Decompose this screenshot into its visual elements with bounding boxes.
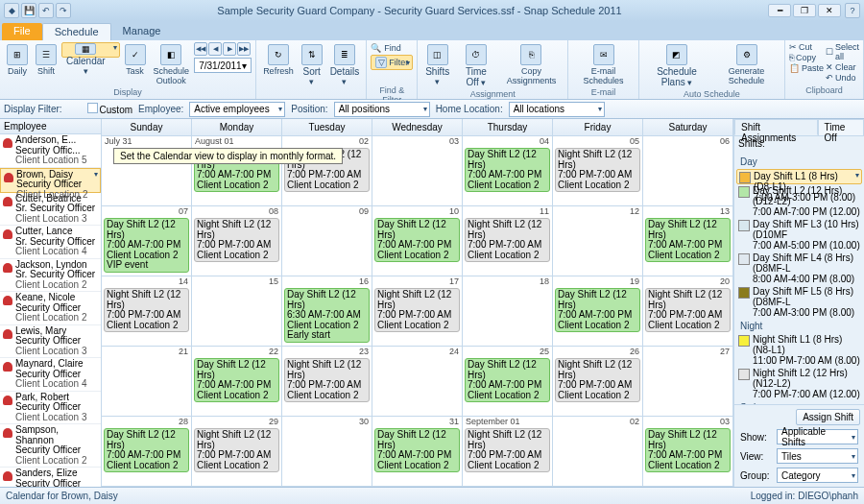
shift-chip[interactable]: Night Shift L2 (12 Hrs)7:00 PM-7:00 AMCl… xyxy=(194,428,279,472)
shift-chip[interactable]: Day Shift L2 (12 Hrs)6:30 AM-7:00 AMClie… xyxy=(284,288,370,343)
shift-chip[interactable]: Night Shift L2 (12 Hrs)7:00 PM-7:00 AMCl… xyxy=(465,428,550,472)
sched-plans-button[interactable]: ◩Schedule Plans ▾ xyxy=(643,42,710,89)
calendar-cell[interactable]: 16Day Shift L2 (12 Hrs)6:30 AM-7:00 AMCl… xyxy=(282,276,372,346)
shift-view-button[interactable]: ☰Shift xyxy=(33,42,60,78)
shift-chip[interactable]: Day Shift L2 (12 Hrs)7:00 AM-7:00 PMClie… xyxy=(374,428,460,472)
calendar-cell[interactable]: 06 xyxy=(643,136,733,205)
details-button[interactable]: ≣Details ▾ xyxy=(327,42,363,88)
shift-chip[interactable]: Night Shift L2 (12 Hrs)7:00 PM-7:00 AMCl… xyxy=(374,288,460,332)
calendar-cell[interactable]: 02Night Shift L2 (12 Hrs)7:00 PM-7:00 AM… xyxy=(282,136,372,205)
calendar-view-button[interactable]: ▦Calendar ▾ xyxy=(61,42,120,58)
group-select[interactable]: Category xyxy=(777,468,858,483)
shift-swatch[interactable]: Day Shift MF L5 (8 Hrs) (D8MF-L7:00 AM-3… xyxy=(736,285,862,319)
calendar-cell[interactable]: 31Day Shift L2 (12 Hrs)7:00 AM-7:00 PMCl… xyxy=(372,417,463,486)
nav-next-icon[interactable]: ▶ xyxy=(223,42,236,56)
file-tab[interactable]: File xyxy=(2,23,42,40)
undo-button[interactable]: ↶ Undo xyxy=(826,73,859,83)
date-picker[interactable]: 7/31/2011▾ xyxy=(194,58,252,73)
find-button[interactable]: 🔍Find xyxy=(371,42,413,54)
shift-chip[interactable]: Day Shift L2 (12 Hrs)7:00 AM-7:00 PMClie… xyxy=(465,358,550,402)
employee-item[interactable]: Maynard, ClaireSecurity OfficerClient Lo… xyxy=(0,358,101,392)
calendar-cell[interactable]: 10Day Shift L2 (12 Hrs)7:00 AM-7:00 PMCl… xyxy=(372,206,463,276)
qa-save-icon[interactable]: 💾 xyxy=(21,3,36,18)
nav-last-icon[interactable]: ▶▶ xyxy=(237,42,251,56)
calendar-cell[interactable]: 22Day Shift L2 (12 Hrs)7:00 AM-7:00 PMCl… xyxy=(192,347,282,416)
shift-swatch[interactable]: Day Shift MF L3 (10 Hrs) (D10MF7:00 AM-5… xyxy=(736,218,862,252)
help-icon[interactable]: ? xyxy=(845,3,860,18)
shift-chip[interactable]: Day Shift L2 (12 Hrs)7:00 AM-7:00 PMClie… xyxy=(645,218,731,262)
calendar-cell[interactable]: 27 xyxy=(643,347,733,416)
shift-swatch[interactable]: Night Shift L2 (12 Hrs) (N12-L2)7:00 PM-… xyxy=(736,367,862,400)
calendar-cell[interactable]: 04Day Shift L2 (12 Hrs)7:00 AM-7:00 PMCl… xyxy=(463,136,553,205)
rp-tab-assignments[interactable]: Shift Assignments xyxy=(734,119,818,135)
tab-schedule[interactable]: Schedule xyxy=(42,23,111,40)
calendar-cell[interactable]: 19Day Shift L2 (12 Hrs)7:00 AM-7:00 PMCl… xyxy=(553,276,643,346)
employee-item[interactable]: Sampson, ShannonSecurity OfficerClient L… xyxy=(0,424,101,468)
shift-chip[interactable]: Day Shift L2 (12 Hrs)7:00 AM-7:00 PMClie… xyxy=(555,288,640,332)
show-select[interactable]: Applicable Shifts xyxy=(777,429,858,444)
qa-redo-icon[interactable]: ↷ xyxy=(56,3,71,18)
daily-view-button[interactable]: ⊞Daily xyxy=(4,42,31,78)
employee-item[interactable]: Jackson, LyndonSr. Security OfficerClien… xyxy=(0,259,101,293)
employee-filter[interactable]: Active employees xyxy=(189,102,285,117)
copy-assign-button[interactable]: ⎘Copy Assignments xyxy=(499,42,564,87)
maximize-button[interactable]: ❐ xyxy=(793,4,816,17)
shift-chip[interactable]: Day Shift L2 (12 Hrs)7:00 AM-7:00 PMClie… xyxy=(645,428,731,472)
shift-swatch[interactable]: Night Shift L1 (8 Hrs) (N8-L1)11:00 PM-7… xyxy=(736,333,862,367)
calendar-cell[interactable]: 28Day Shift L2 (12 Hrs)7:00 AM-7:00 PMCl… xyxy=(102,417,192,486)
view-select[interactable]: Tiles xyxy=(777,448,858,464)
qa-undo-icon[interactable]: ↶ xyxy=(38,3,54,18)
calendar-cell[interactable]: 23Night Shift L2 (12 Hrs)7:00 PM-7:00 AM… xyxy=(282,347,372,416)
copy-button[interactable]: ⎘ Copy xyxy=(789,53,824,62)
calendar-cell[interactable]: 02 xyxy=(553,417,643,486)
calendar-cell[interactable]: 21 xyxy=(102,347,192,416)
timeoff-button[interactable]: ⏱Time Off ▾ xyxy=(455,42,496,89)
cut-button[interactable]: ✂ Cut xyxy=(789,42,824,52)
filter-button[interactable]: ▽Filter xyxy=(371,55,413,70)
calendar-cell[interactable]: 05Night Shift L2 (12 Hrs)7:00 PM-7:00 AM… xyxy=(553,136,643,205)
refresh-button[interactable]: ↻Refresh xyxy=(260,42,297,78)
employee-item[interactable]: Park, RobertSecurity OfficerClient Locat… xyxy=(0,392,101,425)
calendar-cell[interactable]: 12 xyxy=(553,206,643,276)
task-view-button[interactable]: ✓Task xyxy=(122,42,149,78)
shift-chip[interactable]: Day Shift L2 (12 Hrs)7:00 AM-7:00 PMClie… xyxy=(374,218,460,262)
calendar-cell[interactable]: 30 xyxy=(282,417,372,486)
calendar-cell[interactable]: July 31 xyxy=(102,136,192,205)
email-sched-button[interactable]: ✉E-mail Schedules xyxy=(572,42,635,87)
calendar-cell[interactable]: 25Day Shift L2 (12 Hrs)7:00 AM-7:00 PMCl… xyxy=(463,347,553,416)
shift-chip[interactable]: Night Shift L2 (12 Hrs)7:00 PM-7:00 AMCl… xyxy=(645,288,731,332)
shifts-button[interactable]: ◫Shifts ▾ xyxy=(421,42,453,88)
shift-chip[interactable]: Night Shift L2 (12 Hrs)7:00 PM-7:00 AMCl… xyxy=(284,358,370,402)
calendar-cell[interactable]: 26Night Shift L2 (12 Hrs)7:00 PM-7:00 AM… xyxy=(553,347,643,416)
calendar-cell[interactable]: 14Night Shift L2 (12 Hrs)7:00 PM-7:00 AM… xyxy=(102,276,192,346)
calendar-cell[interactable]: 24 xyxy=(372,347,463,416)
shift-chip[interactable]: Day Shift L2 (12 Hrs)7:00 AM-7:00 PMClie… xyxy=(194,358,279,402)
position-filter[interactable]: All positions xyxy=(334,102,430,117)
calendar-cell[interactable]: August 01Day Shift L2 (12 Hrs)7:00 AM-7:… xyxy=(192,136,282,205)
calendar-cell[interactable]: 17Night Shift L2 (12 Hrs)7:00 PM-7:00 AM… xyxy=(372,276,463,346)
shift-chip[interactable]: Night Shift L2 (12 Hrs)7:00 PM-7:00 AMCl… xyxy=(555,358,640,402)
employee-item[interactable]: Cutter, LanceSr. Security OfficerClient … xyxy=(0,226,101,259)
calendar-cell[interactable]: 03 xyxy=(372,136,463,205)
close-button[interactable]: ✕ xyxy=(818,4,841,17)
shift-chip[interactable]: Night Shift L2 (12 Hrs)7:00 PM-7:00 AMCl… xyxy=(465,218,550,262)
home-filter[interactable]: All locations xyxy=(509,102,605,117)
nav-first-icon[interactable]: ◀◀ xyxy=(194,42,207,56)
shift-chip[interactable]: Day Shift L2 (12 Hrs)7:00 AM-7:00 PMClie… xyxy=(104,428,189,472)
shift-swatch[interactable]: Day Shift L1 (8 Hrs) (D8-L1)7:00 AM-3:00… xyxy=(736,169,862,184)
employee-item[interactable]: Keane, NicoleSecurity OfficerClient Loca… xyxy=(0,292,101,325)
shift-chip[interactable]: Night Shift L2 (12 Hrs)7:00 PM-7:00 AMCl… xyxy=(194,218,279,262)
gen-sched-button[interactable]: ⚙Generate Schedule xyxy=(712,42,780,87)
nav-prev-icon[interactable]: ◀ xyxy=(208,42,222,56)
shift-chip[interactable]: Night Shift L2 (12 Hrs)7:00 PM-7:00 AMCl… xyxy=(555,148,640,192)
shift-chip[interactable]: Night Shift L2 (12 Hrs)7:00 PM-7:00 AMCl… xyxy=(104,288,189,332)
calendar-cell[interactable]: 18 xyxy=(463,276,553,346)
employee-item[interactable]: Brown, DaisySecurity OfficerClient Locat… xyxy=(0,168,101,193)
shift-swatch[interactable]: Day Shift MF L4 (8 Hrs) (D8MF-L8:00 AM-4… xyxy=(736,252,862,285)
outlook-button[interactable]: ◧Schedule Outlook xyxy=(151,42,193,87)
calendar-cell[interactable]: 20Night Shift L2 (12 Hrs)7:00 PM-7:00 AM… xyxy=(643,276,733,346)
minimize-button[interactable]: ━ xyxy=(768,4,791,17)
employee-item[interactable]: Anderson, E...Security Offic...Client Lo… xyxy=(0,134,101,168)
sort-button[interactable]: ⇅Sort ▾ xyxy=(299,42,325,88)
shift-chip[interactable]: Day Shift L2 (12 Hrs)7:00 AM-7:00 PMClie… xyxy=(104,218,189,273)
